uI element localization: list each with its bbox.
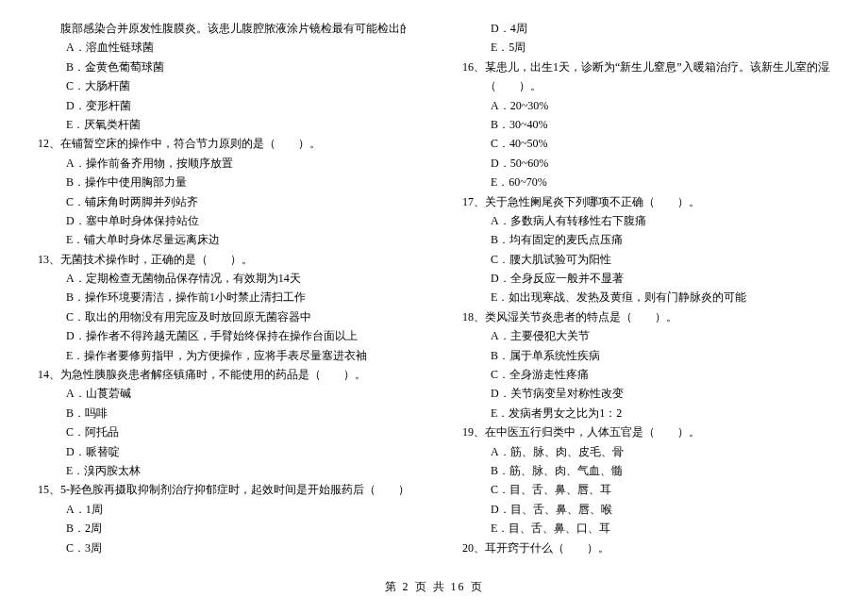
q19-stem: 19、在中医五行归类中，人体五官是（ ）。 bbox=[462, 422, 830, 441]
q17-option-c: C．腰大肌试验可为阳性 bbox=[462, 250, 830, 269]
q11-option-c: C．大肠杆菌 bbox=[38, 76, 406, 95]
q18-option-a: A．主要侵犯大关节 bbox=[462, 326, 830, 345]
q15-option-d: D．4周 bbox=[462, 19, 830, 38]
q11-option-d: D．变形杆菌 bbox=[38, 96, 406, 115]
q13-option-a: A．定期检查无菌物品保存情况，有效期为14天 bbox=[38, 269, 406, 288]
q11-option-e: E．厌氧类杆菌 bbox=[38, 115, 406, 134]
q15-option-c: C．3周 bbox=[38, 538, 406, 557]
q12-stem: 12、在铺暂空床的操作中，符合节力原则的是（ ）。 bbox=[38, 134, 406, 153]
q16-stem-continuation: （ ）。 bbox=[462, 76, 830, 95]
q14-option-d: D．哌替啶 bbox=[38, 442, 406, 461]
q12-option-b: B．操作中使用胸部力量 bbox=[38, 173, 406, 191]
q16-option-a: A．20~30% bbox=[462, 96, 830, 115]
q14-stem: 14、为急性胰腺炎患者解痉镇痛时，不能使用的药品是（ ）。 bbox=[38, 365, 406, 384]
q13-option-e: E．操作者要修剪指甲，为方便操作，应将手表尽量塞进衣袖 bbox=[38, 346, 406, 365]
q16-option-d: D．50~60% bbox=[462, 154, 830, 173]
q16-option-b: B．30~40% bbox=[462, 115, 830, 134]
q12-option-d: D．塞中单时身体保持站位 bbox=[38, 211, 406, 230]
q16-option-e: E．60~70% bbox=[462, 173, 830, 191]
q16-option-c: C．40~50% bbox=[462, 134, 830, 153]
q18-option-c: C．全身游走性疼痛 bbox=[462, 365, 830, 384]
q19-option-d: D．目、舌、鼻、唇、喉 bbox=[462, 500, 830, 519]
q14-option-c: C．阿托品 bbox=[38, 422, 406, 441]
q17-option-e: E．如出现寒战、发热及黄疸，则有门静脉炎的可能 bbox=[462, 288, 830, 306]
q19-option-b: B．筋、脉、肉、气血、髓 bbox=[462, 461, 830, 480]
q12-option-e: E．铺大单时身体尽量远离床边 bbox=[38, 230, 406, 249]
q18-stem: 18、类风湿关节炎患者的特点是（ ）。 bbox=[462, 307, 830, 326]
q13-option-b: B．操作环境要清洁，操作前1小时禁止清扫工作 bbox=[38, 288, 406, 306]
q13-option-c: C．取出的用物没有用完应及时放回原无菌容器中 bbox=[38, 307, 406, 326]
q17-stem: 17、关于急性阑尾炎下列哪项不正确（ ）。 bbox=[462, 192, 830, 211]
q19-option-e: E．目、舌、鼻、口、耳 bbox=[462, 519, 830, 538]
q18-option-b: B．属于单系统性疾病 bbox=[462, 346, 830, 365]
q14-option-a: A．山莨菪碱 bbox=[38, 384, 406, 403]
q18-option-d: D．关节病变呈对称性改变 bbox=[462, 384, 830, 403]
page-footer: 第 2 页 共 16 页 bbox=[38, 577, 830, 596]
q17-option-d: D．全身反应一般并不显著 bbox=[462, 269, 830, 288]
q15-stem: 15、5-羟色胺再摄取抑制剂治疗抑郁症时，起效时间是开始服药后（ ）。 bbox=[38, 480, 406, 499]
q18-option-e: E．发病者男女之比为1：2 bbox=[462, 404, 830, 422]
q15-option-a: A．1周 bbox=[38, 500, 406, 519]
q20-stem: 20、耳开窍于什么（ ）。 bbox=[462, 538, 830, 557]
exam-page-content: 腹部感染合并原发性腹膜炎。该患儿腹腔脓液涂片镜检最有可能检出的致病菌是（ ）。 … bbox=[38, 19, 830, 566]
q13-stem: 13、无菌技术操作时，正确的是（ ）。 bbox=[38, 250, 406, 269]
q15-option-b: B．2周 bbox=[38, 519, 406, 538]
q13-option-d: D．操作者不得跨越无菌区，手臂始终保持在操作台面以上 bbox=[38, 326, 406, 345]
q16-stem: 16、某患儿，出生1天，诊断为“新生儿窒息”入暖箱治疗。该新生儿室的湿度波动范围… bbox=[462, 58, 830, 76]
q11-option-b: B．金黄色葡萄球菌 bbox=[38, 58, 406, 76]
q14-option-e: E．溴丙胺太林 bbox=[38, 461, 406, 480]
q14-option-b: B．吗啡 bbox=[38, 404, 406, 422]
q11-option-a: A．溶血性链球菌 bbox=[38, 38, 406, 57]
q12-option-c: C．铺床角时两脚并列站齐 bbox=[38, 192, 406, 211]
q11-stem-continuation: 腹部感染合并原发性腹膜炎。该患儿腹腔脓液涂片镜检最有可能检出的致病菌是（ ）。 bbox=[38, 19, 406, 38]
q15-option-e: E．5周 bbox=[462, 38, 830, 57]
q19-option-a: A．筋、脉、肉、皮毛、骨 bbox=[462, 442, 830, 461]
q12-option-a: A．操作前备齐用物，按顺序放置 bbox=[38, 154, 406, 173]
q17-option-b: B．均有固定的麦氏点压痛 bbox=[462, 230, 830, 249]
q19-option-c: C．目、舌、鼻、唇、耳 bbox=[462, 480, 830, 499]
q17-option-a: A．多数病人有转移性右下腹痛 bbox=[462, 211, 830, 230]
